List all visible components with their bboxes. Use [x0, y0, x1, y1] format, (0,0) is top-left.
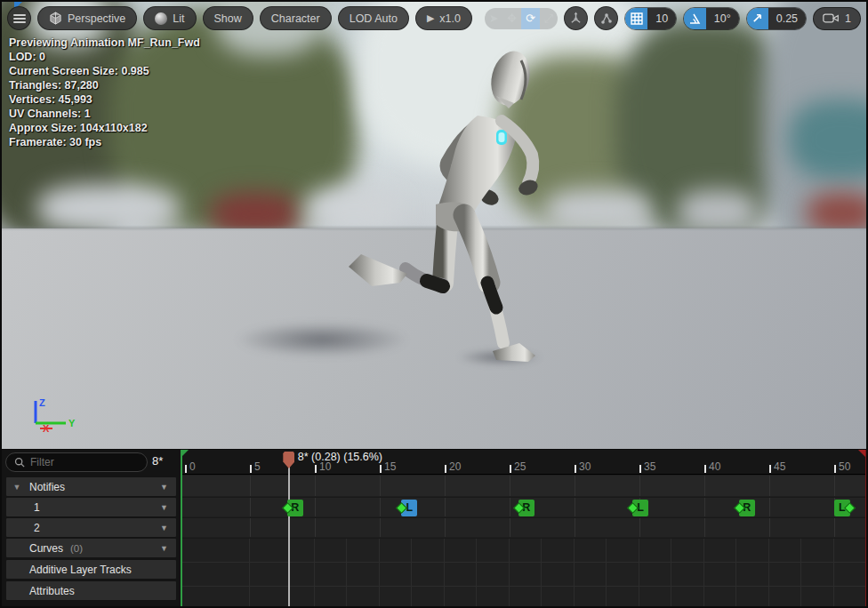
character-near-hand [517, 178, 540, 198]
stat-line: LOD: 0 [9, 50, 200, 64]
angle-snap-icon[interactable] [684, 8, 706, 29]
preview-character-mannequin[interactable] [331, 44, 553, 364]
curves-count: (0) [70, 543, 83, 554]
notify-marker-l[interactable]: L [398, 499, 417, 516]
track-label: 1 [34, 501, 40, 514]
stat-line: UV Channels: 1 [9, 107, 200, 121]
ruler-tick-label: 40 [709, 460, 720, 473]
search-icon [14, 457, 25, 468]
track-row-notifies[interactable]: ▼ Notifies ▼ [6, 477, 176, 496]
anim-timeline-panel: 8* ▼ Notifies ▼ 1 ▼ 2 ▼ Curves (0) ▼ Add… [2, 450, 866, 606]
timeline-grid-area[interactable] [181, 538, 866, 606]
track-menu-icon[interactable]: ▼ [160, 544, 168, 553]
filter-box[interactable] [5, 452, 148, 472]
ruler-tick [639, 465, 641, 473]
notify-marker-l[interactable]: L [629, 499, 648, 516]
track-row-additive-layer-tracks[interactable]: Additive Layer Tracks [6, 560, 176, 579]
viewport-stats: Previewing Animation MF_Run_Fwd LOD: 0 C… [9, 36, 200, 149]
coordinate-system-button[interactable] [564, 6, 588, 30]
lod-auto-button[interactable]: LOD Auto [338, 6, 409, 30]
lod-label: LOD Auto [350, 12, 398, 25]
notify-track-2-lane[interactable] [181, 517, 866, 537]
character-label: Character [271, 12, 320, 25]
track-row-attributes[interactable]: Attributes [6, 581, 176, 600]
track-menu-icon[interactable]: ▼ [160, 483, 168, 492]
show-button[interactable]: Show [203, 6, 253, 30]
grid-snap-icon[interactable] [625, 8, 647, 29]
stat-line: Previewing Animation MF_Run_Fwd [9, 36, 200, 50]
character-head [486, 47, 535, 109]
character-front-knee [487, 283, 496, 308]
notify-marker-l[interactable]: L [834, 499, 854, 516]
select-tool-button[interactable]: ➤ [485, 8, 503, 29]
notifies-header-lane[interactable] [181, 476, 866, 496]
camera-icon [823, 12, 840, 24]
scale-snap-value[interactable]: 0.25 [768, 8, 806, 29]
stat-line: Triangles: 87,280 [9, 78, 200, 92]
track-row-notify-2[interactable]: 2 ▼ [6, 518, 176, 537]
relative-transform-button[interactable] [594, 6, 618, 30]
stat-line: Framerate: 30 fps [9, 135, 200, 149]
grid-snap-control[interactable]: 10 [624, 7, 677, 30]
ruler-tick [315, 465, 317, 473]
ruler-tick [510, 465, 511, 473]
playback-speed-button[interactable]: ▶ x1.0 [415, 6, 472, 30]
ruler-tick-label: 50 [839, 460, 850, 473]
viewport-menu-button[interactable] [7, 6, 31, 30]
axis-y-label: Y [68, 418, 76, 428]
grid-snap-value[interactable]: 10 [647, 8, 676, 29]
stat-line: Approx Size: 104x110x182 [9, 121, 200, 135]
range-end-flag [858, 450, 865, 457]
current-frame-display: 8* [152, 454, 163, 468]
angle-snap-value[interactable]: 10° [706, 8, 739, 29]
move-tool-button[interactable]: ✥ [503, 8, 522, 29]
ruler-tick-label: 25 [514, 460, 526, 473]
track-menu-icon[interactable]: ▼ [160, 524, 168, 532]
filter-input[interactable] [30, 456, 128, 468]
track-label: Notifies [29, 481, 65, 493]
playhead-line[interactable] [288, 467, 290, 606]
track-row-notify-1[interactable]: 1 ▼ [6, 498, 176, 516]
notify-marker-r[interactable]: R [735, 499, 755, 516]
angle-snap-control[interactable]: 10° [683, 7, 740, 30]
expander-icon[interactable]: ▼ [6, 483, 28, 492]
notify-track-1-lane[interactable]: RLRLRL [181, 497, 866, 516]
scale-snap-control[interactable]: 0.25 [746, 7, 807, 30]
track-label: Attributes [29, 585, 75, 597]
ruler-tick-label: 45 [774, 460, 785, 473]
track-row-curves[interactable]: Curves (0) ▼ [6, 539, 176, 557]
ruler-tick [380, 465, 382, 473]
notify-marker-r[interactable]: R [515, 499, 534, 516]
filter-row: 8* [2, 450, 181, 475]
constellation-icon [599, 12, 614, 26]
play-icon: ▶ [427, 12, 434, 24]
scale-snap-icon[interactable] [747, 8, 768, 29]
rotate-tool-button[interactable]: ⟳ [521, 8, 540, 29]
range-start-marker[interactable] [181, 450, 182, 606]
axis-gizmo: Z Y X [28, 396, 78, 434]
ruler-tick-label: 0 [189, 460, 196, 473]
range-start-flag [182, 450, 189, 456]
camera-speed-value: 1 [845, 12, 851, 25]
playback-speed-label: x1.0 [439, 12, 461, 25]
preview-viewport[interactable]: Previewing Animation MF_Run_Fwd LOD: 0 C… [2, 2, 866, 449]
axis-z-label: Z [39, 397, 45, 408]
perspective-button[interactable]: Perspective [37, 6, 137, 30]
character-button[interactable]: Character [260, 6, 332, 30]
ruler-tick-label: 35 [644, 460, 655, 473]
lit-mode-button[interactable]: Lit [143, 6, 196, 30]
ruler-tick [769, 465, 771, 473]
notify-marker-r[interactable]: R [284, 499, 303, 516]
ruler-tick-label: 15 [384, 460, 396, 473]
cube-icon [49, 12, 62, 25]
scale-tool-button[interactable]: ⤢ [540, 8, 559, 29]
world-axes-icon [569, 12, 583, 25]
backdrop-building-glass [789, 100, 866, 180]
camera-speed-control[interactable]: 1 [813, 7, 861, 30]
track-menu-icon[interactable]: ▼ [160, 503, 168, 512]
transform-tools-group: ➤ ✥ ⟳ ⤢ [485, 8, 558, 29]
range-end-marker[interactable] [865, 450, 867, 606]
track-list: 8* ▼ Notifies ▼ 1 ▼ 2 ▼ Curves (0) ▼ Add… [2, 450, 181, 606]
character-back-knee [427, 281, 443, 286]
timeline-area[interactable]: RLRLRL 05101520253035404550 8* (0.28) (1… [181, 450, 866, 606]
